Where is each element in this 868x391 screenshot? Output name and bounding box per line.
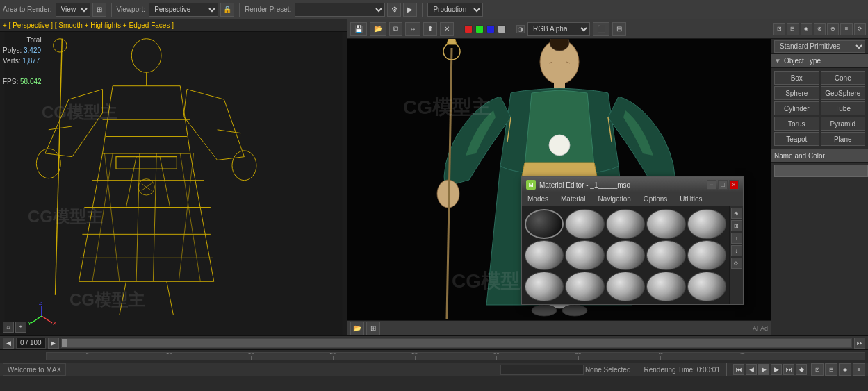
obj-torus[interactable]: Torus [774,117,819,131]
mat-sphere-11[interactable] [565,272,604,301]
obj-sphere[interactable]: Sphere [774,86,819,100]
right-icon-1[interactable]: ⊡ [773,23,785,35]
left-viewport-content[interactable]: Total Polys: 3,420 Verts: 1,877 FPS: 58.… [0,32,347,335]
pb-play[interactable]: ▶ [758,364,769,375]
obj-pyramid[interactable]: Pyramid [821,117,866,131]
mat-side-btn-2[interactable]: ⊞ [731,220,742,231]
pb-prev[interactable]: ◀ [746,364,757,375]
channel-toggle[interactable]: ◑ [516,25,525,33]
mat-sphere-10[interactable] [525,272,564,301]
production-select[interactable]: Production [427,3,483,17]
obj-cylinder[interactable]: Cylinder [774,101,819,115]
bottom-icon-2[interactable]: ⊟ [825,363,837,376]
render-btn[interactable]: ▶ [403,3,417,17]
center-bottom-btn2[interactable]: ⊞ [366,322,380,335]
right-icon-6[interactable]: ≡ [840,23,852,35]
object-type-header[interactable]: ▼ Object Type [771,54,868,68]
timeline-play-btn[interactable]: ◀ [3,338,14,349]
tick-label-35: 35 [575,352,582,356]
mat-sphere-12[interactable] [606,272,645,301]
mat-sphere-1[interactable] [565,209,604,239]
menu-navigation[interactable]: Navigation [596,194,634,204]
center-viewport[interactable]: CG模型主 CG模型主 CG模型主 M Material Editor - _1… [347,39,771,320]
area-to-render-select[interactable]: View [56,3,90,17]
minimize-btn[interactable]: − [707,180,716,190]
pb-keyframe[interactable]: ◆ [796,364,807,375]
verts-stat: Verts: 1,877 [3,56,42,66]
obj-cone[interactable]: Cone [821,71,866,85]
mat-sphere-3[interactable] [646,209,685,239]
mat-side-btn-5[interactable]: ⟳ [731,258,742,269]
pb-end[interactable]: ⏭ [783,364,794,375]
lock-btn[interactable]: 🔒 [220,3,234,17]
mat-sphere-2[interactable] [606,209,645,239]
mat-side-btn-1[interactable]: ⊕ [731,208,742,219]
right-icon-7[interactable]: ⟳ [854,23,866,35]
menu-utilities[interactable]: Utilities [677,194,705,204]
mat-sphere-5[interactable] [525,240,564,270]
viewport-select[interactable]: Perspective [149,3,218,17]
right-icon-2[interactable]: ⊟ [787,23,799,35]
name-input-field[interactable] [774,165,868,177]
status-sep2 [726,363,727,376]
mat-side-btn-4[interactable]: ↓ [731,245,742,256]
mat-sphere-6[interactable] [565,240,604,270]
obj-plane[interactable]: Plane [821,132,866,146]
obj-geosphere[interactable]: GeoSphere [821,86,866,100]
menu-modes[interactable]: Modes [525,194,551,204]
render-save-btn[interactable]: 💾 [350,22,367,36]
material-sphere-grid [522,206,729,304]
mat-sphere-13[interactable] [646,272,685,301]
obj-tube[interactable]: Tube [821,101,866,115]
right-icon-3[interactable]: ◈ [801,23,812,35]
obj-teapot[interactable]: Teapot [774,132,819,146]
center-bottom-btn1[interactable]: 📂 [350,322,364,335]
display-grid-btn[interactable]: ⊟ [612,22,626,36]
selection-input[interactable] [500,365,584,375]
menu-options[interactable]: Options [641,194,670,204]
bottom-area: ◀ 0 / 100 ▶ ⏭ 5 10 15 20 25 30 35 40 [0,335,868,391]
tick-ruler[interactable]: 5 10 15 20 25 30 35 40 45 [46,352,865,360]
render-dup-btn[interactable]: ↔ [405,22,420,36]
timeline-track[interactable] [61,338,852,348]
right-icon-4[interactable]: ⊛ [814,23,826,35]
timeline-next-btn[interactable]: ▶ [48,338,59,349]
menu-material[interactable]: Material [558,194,589,204]
bottom-icon-1[interactable]: ⊡ [811,363,824,376]
render-preset-label: Render Preset: [245,6,291,13]
pb-next[interactable]: ▶ [771,364,782,375]
bottom-icon-3[interactable]: ◈ [839,363,851,376]
channel-select[interactable]: RGB Alpha [527,22,590,36]
svg-point-54 [562,305,587,316]
nav-home-btn[interactable]: ⌂ [3,322,14,333]
render-close-btn[interactable]: ✕ [440,22,454,36]
mat-sphere-9[interactable] [687,240,726,270]
obj-box[interactable]: Box [774,71,819,85]
timeline-slider[interactable] [62,339,67,347]
mat-sphere-4[interactable] [687,209,726,239]
svg-point-50 [549,135,570,156]
mat-sphere-8[interactable] [646,240,685,270]
mat-side-btn-3[interactable]: ↑ [731,233,742,244]
nav-zoom-btn[interactable]: + [15,322,26,333]
right-icon-5[interactable]: ⊕ [827,23,839,35]
tick-label-40: 40 [657,352,663,356]
render-settings-btn[interactable]: ⚙ [387,3,401,17]
render-export-btn[interactable]: ⬆ [423,22,437,36]
render-preset-select[interactable]: ------------------- [295,3,385,17]
mat-sphere-14[interactable] [687,272,726,301]
mat-sphere-0[interactable] [525,209,564,239]
close-btn[interactable]: × [729,180,739,190]
area-btn[interactable]: ⊞ [92,3,106,17]
render-copy-btn[interactable]: ⧉ [389,22,402,36]
mat-sphere-7[interactable] [606,240,645,270]
name-color-header[interactable]: Name and Color [771,149,868,163]
bottom-icon-4[interactable]: ≡ [853,363,865,376]
timeline-end-btn[interactable]: ⏭ [854,338,865,349]
maximize-btn[interactable]: □ [718,180,728,190]
primitives-dropdown[interactable]: Standard Primitives [774,40,865,53]
render-open-btn[interactable]: 📂 [370,22,386,36]
pb-start[interactable]: ⏮ [733,364,744,375]
display-type-btn[interactable]: ⬛ [593,22,609,36]
color-blue [486,25,495,33]
